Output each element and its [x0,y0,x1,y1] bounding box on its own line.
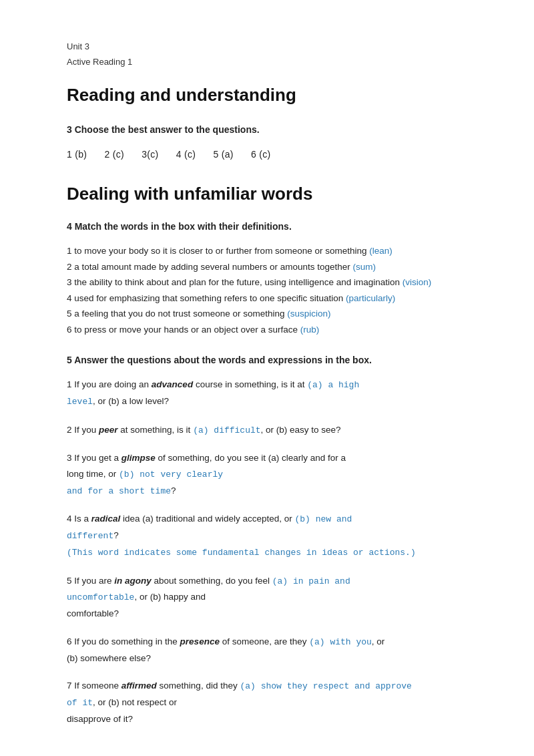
answer-3: 3(c) [142,149,158,160]
question-4: 4 Is a radical idea (a) traditional and … [67,511,481,560]
answer-q1-cont: level [67,397,93,407]
answer-q7: (a) show they respect and approve [240,681,411,691]
answer-6: 6 (c) [251,149,271,160]
answer-q4: (b) new and [294,514,352,524]
def-word-5: (suspicion) [287,309,330,319]
questions-section: 1 If you are doing an advanced course in… [67,377,481,727]
unit-label: Unit 3 [67,40,481,54]
def-word-6: (rub) [300,325,320,335]
answer-q6: (a) with you [309,637,372,647]
def-word-3: (vision) [403,277,432,287]
question-2: 2 If you peer at something, is it (a) di… [67,422,481,439]
question-3: 3 If you get a glimpse of something, do … [67,450,481,499]
bold-word-advanced: advanced [152,379,193,389]
def-word-4: (particularly) [346,293,395,303]
def-item-4: 4 used for emphasizing that something re… [67,291,481,307]
def-item-5: 5 a feeling that you do not trust someon… [67,306,481,322]
question-1: 1 If you are doing an advanced course in… [67,377,481,410]
definitions-list: 1 to move your body so it is closer to o… [67,243,481,338]
def-item-2: 2 a total amount made by adding several … [67,259,481,275]
def-word-1: (lean) [369,246,392,256]
answer-5: 5 (a) [213,149,233,160]
bold-word-agony: in agony [114,576,152,586]
question-7: 7 If someone affirmed something, did the… [67,678,481,727]
bold-word-glimpse: glimpse [121,453,156,463]
question-5: 5 If you are in agony about something, d… [67,573,481,622]
bold-word-presence: presence [180,636,220,646]
answer-q4-note: (This word indicates some fundamental ch… [67,548,416,558]
answer-q7-cont: of it [67,698,93,708]
answer-q2: (a) difficult [193,425,260,435]
answer-q4-cont: different [67,531,113,541]
answer-2: 2 (c) [105,149,125,160]
answer-q1: (a) a high [307,380,359,390]
bold-word-peer: peer [99,425,118,435]
def-item-1: 1 to move your body so it is closer to o… [67,243,481,259]
answer-q5-cont: uncomfortable [67,592,134,602]
answer-q3-cont: and for a short time [67,486,171,496]
def-word-2: (sum) [353,262,376,272]
answers-row: 1 (b) 2 (c) 3(c) 4 (c) 5 (a) 6 (c) [67,147,481,162]
instruction2: 4 Match the words in the box with their … [67,219,481,234]
answer-4: 4 (c) [176,149,196,160]
answer-q5: (a) in pain and [272,576,350,586]
def-item-3: 3 the ability to think about and plan fo… [67,274,481,291]
def-item-6: 6 to press or move your hands or an obje… [67,322,481,338]
section1-title: Reading and understanding [67,81,481,110]
answer-1: 1 (b) [67,149,87,160]
bold-word-radical: radical [91,514,121,524]
section2-title: Dealing with unfamiliar words [67,180,481,208]
bold-word-affirmed: affirmed [121,681,157,691]
instruction3: 5 Answer the questions about the words a… [67,353,481,367]
answer-q3: (b) not very clearly [119,469,223,480]
question-6: 6 If you do something in the presence of… [67,634,481,666]
instruction1: 3 Choose the best answer to the question… [67,122,481,137]
activity-label: Active Reading 1 [67,55,481,69]
